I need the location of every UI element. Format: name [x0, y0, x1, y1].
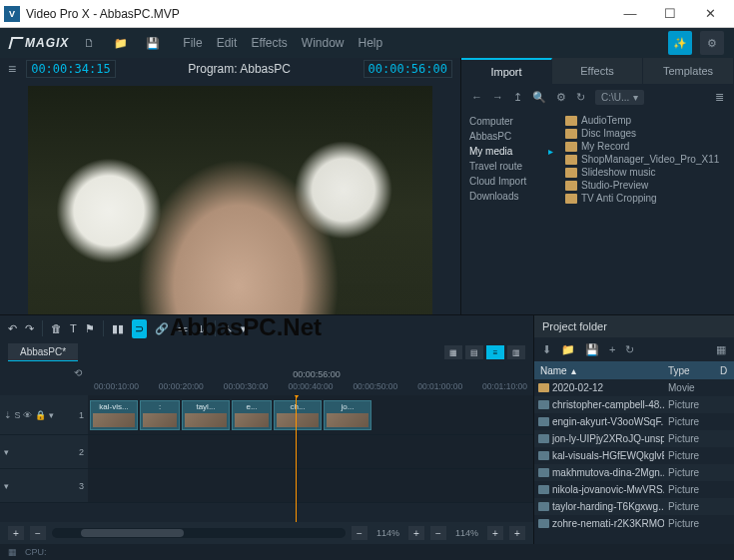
clip[interactable]: e... [232, 400, 272, 430]
folder-item[interactable]: Studio-Preview [563, 179, 732, 192]
track-body-2[interactable] [88, 435, 533, 468]
track-remove-button[interactable]: − [30, 526, 46, 540]
track-head-2[interactable]: ▾2 [0, 435, 88, 468]
col-d[interactable]: D [716, 365, 734, 376]
preview-menu-icon[interactable]: ≡ [8, 61, 16, 77]
zoom-out-v-button[interactable]: − [430, 526, 446, 540]
project-row[interactable]: taylor-harding-T6Kgxwg...Picture [534, 498, 734, 515]
tab-import[interactable]: Import [461, 58, 552, 84]
project-row[interactable]: christopher-campbell-48...Picture [534, 396, 734, 413]
marker-button[interactable]: ⚑ [85, 322, 95, 335]
search-icon[interactable]: 🔍 [532, 91, 546, 104]
track-dropdown-icon[interactable]: ▾ [49, 410, 54, 420]
project-row[interactable]: kal-visuals-HGfEWQkglvE...Picture [534, 447, 734, 464]
tab-effects[interactable]: Effects [552, 58, 643, 84]
open-icon[interactable]: 📁 [109, 31, 133, 55]
project-row[interactable]: jon-ly-UIPjy2XRoJQ-unspl...Picture [534, 430, 734, 447]
redo-button[interactable]: ↷ [25, 322, 34, 335]
link-button[interactable]: 🔗 [155, 322, 169, 335]
clip[interactable]: ch... [274, 400, 322, 430]
menu-edit[interactable]: Edit [217, 36, 238, 50]
timeline-scrollbar[interactable] [52, 528, 346, 538]
menu-help[interactable]: Help [359, 36, 383, 50]
project-row[interactable]: zohre-nemati-r2K3KRMO...Picture [534, 515, 734, 532]
project-row[interactable]: 2020-02-12Movie [534, 379, 734, 396]
zoom-out-h-button[interactable]: − [352, 526, 367, 540]
maximize-button[interactable]: ☐ [650, 1, 690, 27]
snap-button[interactable]: ⊃ [132, 319, 147, 338]
folder-item[interactable]: Slideshow music [563, 166, 732, 179]
tree-abbaspc[interactable]: AbbasPC [467, 129, 555, 144]
track-body-1[interactable]: kal-vis... : tayl... e... ch... jo... [88, 395, 533, 434]
new-icon[interactable]: 🗋 [77, 31, 101, 55]
add-plus-icon[interactable]: + [609, 343, 615, 355]
forward-icon[interactable]: → [492, 91, 503, 103]
track-add-button[interactable]: + [8, 526, 24, 540]
track-head-1[interactable]: ⇣ S 👁 🔒 ▾ 1 [0, 395, 88, 434]
folder-icon[interactable]: 📁 [561, 343, 575, 356]
folder-item[interactable]: ShopManager_Video_Pro_X11 [563, 153, 732, 166]
grid-icon[interactable]: ▦ [8, 547, 17, 557]
clip[interactable]: : [140, 400, 180, 430]
minimize-button[interactable]: — [610, 1, 650, 27]
clip[interactable]: tayl... [182, 400, 230, 430]
playhead[interactable] [296, 395, 297, 522]
import-icon[interactable]: ⬇ [542, 343, 551, 356]
timeline-ruler[interactable]: 00:00:56:00 [88, 363, 533, 381]
delete-button[interactable]: 🗑 [51, 322, 62, 334]
undo-button[interactable]: ↶ [8, 322, 17, 335]
project-row[interactable]: nikola-jovanovic-MwVRS...Picture [534, 481, 734, 498]
tree-travel[interactable]: Travel route [467, 159, 555, 174]
window-title: Video Pro X - AbbasPC.MVP [26, 7, 610, 21]
timeline-tabs: AbbasPC* ▦ ▤ ≡ ▥ [0, 341, 533, 363]
up-icon[interactable]: ↥ [513, 91, 522, 104]
col-name[interactable]: Name▴ [534, 365, 664, 376]
scroll-thumb[interactable] [81, 529, 184, 537]
zoom-in-v-button[interactable]: + [487, 526, 503, 540]
tree-computer[interactable]: Computer [467, 114, 555, 129]
zoom-in-h-button[interactable]: + [408, 526, 424, 540]
tree-downloads[interactable]: Downloads [467, 189, 555, 204]
view-multi-icon[interactable]: ▥ [507, 345, 525, 359]
options-icon[interactable]: ⚙ [556, 91, 566, 104]
menu-window[interactable]: Window [302, 36, 345, 50]
track-body-3[interactable] [88, 469, 533, 502]
track-head-3[interactable]: ▾3 [0, 469, 88, 502]
list-view-icon[interactable]: ▦ [716, 343, 726, 356]
timecode-out[interactable]: 00:00:56:00 [364, 60, 452, 78]
add-track-footer-button[interactable]: + [509, 526, 525, 540]
tab-templates[interactable]: Templates [643, 58, 734, 84]
view-list-icon[interactable]: ▦ [444, 345, 462, 359]
menu-effects[interactable]: Effects [251, 36, 287, 50]
refresh-icon[interactable]: ↻ [576, 91, 585, 104]
folder-item[interactable]: My Record [563, 140, 732, 153]
reload-icon[interactable]: ↻ [625, 343, 634, 356]
cut-button[interactable]: ▮▮ [112, 322, 124, 335]
tree-cloud[interactable]: Cloud Import [467, 174, 555, 189]
folder-item[interactable]: TV Anti Cropping [563, 192, 732, 205]
folder-item[interactable]: Disc Images [563, 127, 732, 140]
project-row[interactable]: engin-akyurt-V3ooWSqF...Picture [534, 413, 734, 430]
view-timeline-icon[interactable]: ≡ [486, 345, 504, 359]
settings-button[interactable]: ⚙ [700, 31, 724, 55]
sequence-tab[interactable]: AbbasPC* [8, 343, 78, 361]
title-button[interactable]: T [70, 322, 77, 334]
view-scene-icon[interactable]: ▤ [465, 345, 483, 359]
project-row[interactable]: makhmutova-dina-2Mgn...Picture [534, 464, 734, 481]
titlebar: V Video Pro X - AbbasPC.MVP — ☐ ✕ [0, 0, 734, 28]
fx-toggle-button[interactable]: ✨ [668, 31, 692, 55]
tree-mymedia[interactable]: My media [467, 144, 555, 159]
menu-file[interactable]: File [183, 36, 202, 50]
folder-item[interactable]: AudioTemp [563, 114, 732, 127]
track-controls[interactable]: ⇣ S 👁 🔒 [4, 410, 46, 420]
save-icon[interactable]: 💾 [141, 31, 165, 55]
close-button[interactable]: ✕ [690, 1, 730, 27]
view-mode-icon[interactable]: ≣ [715, 91, 724, 104]
save-project-icon[interactable]: 💾 [585, 343, 599, 356]
back-icon[interactable]: ← [471, 91, 482, 103]
clip[interactable]: jo... [324, 400, 371, 430]
timecode-in[interactable]: 00:00:34:15 [26, 60, 115, 78]
col-type[interactable]: Type [664, 365, 716, 376]
path-selector[interactable]: C:\U...▾ [595, 90, 644, 105]
clip[interactable]: kal-vis... [90, 400, 138, 430]
